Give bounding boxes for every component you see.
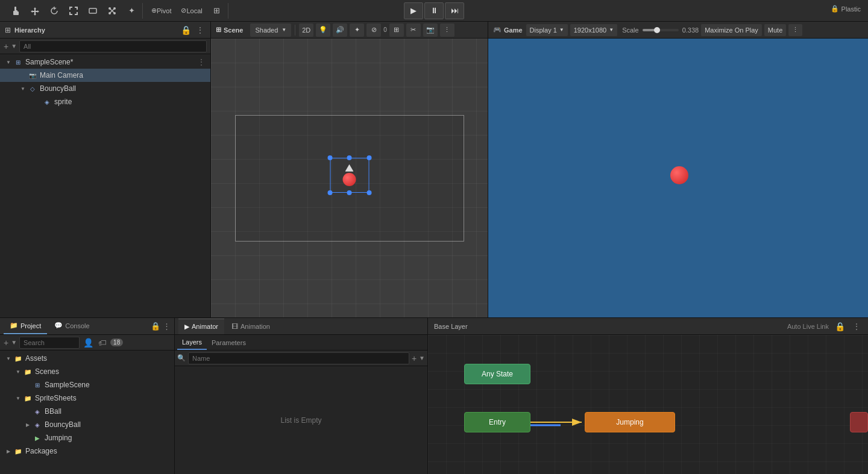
handle-br[interactable] — [366, 190, 371, 195]
state-node-anystate[interactable]: Any State — [464, 364, 530, 384]
state-node-entry[interactable]: Entry — [464, 412, 530, 432]
local-btn[interactable]: ⊘ Local — [177, 3, 206, 19]
parameters-label: Parameters — [212, 339, 246, 346]
hand-tool-btn[interactable] — [7, 3, 24, 19]
game-more-btn[interactable]: ⋮ — [788, 24, 802, 36]
state-node-exit[interactable] — [850, 412, 868, 432]
pause-btn[interactable]: ⏸ — [424, 2, 444, 19]
scene-canvas[interactable] — [211, 39, 488, 317]
move-tool-btn[interactable] — [27, 3, 43, 19]
tree-item-sprite[interactable]: ▶ ◈ sprite — [0, 95, 210, 108]
sprite-label: sprite — [54, 98, 72, 106]
svg-point-3 — [113, 7, 116, 10]
rect-tool-btn[interactable] — [84, 3, 101, 19]
project-add-dropdown[interactable]: ▼ — [11, 339, 17, 346]
tab-console[interactable]: 💬 Console — [48, 319, 95, 334]
play-btn[interactable]: ▶ — [404, 2, 423, 19]
animator-content-empty: List is Empty — [175, 366, 427, 474]
animator-add-dropdown[interactable]: ▼ — [419, 355, 425, 361]
tree-item-jumping[interactable]: ▶ ▶ Jumping — [0, 431, 174, 444]
tree-item-scenes[interactable]: ▼ 📁 Scenes — [0, 365, 174, 378]
project-create-btn[interactable]: 👤 — [82, 338, 95, 348]
tree-item-bball[interactable]: ▶ ◈ BBall — [0, 405, 174, 418]
handle-tc[interactable] — [347, 155, 352, 160]
transform-tool-btn[interactable] — [104, 3, 121, 19]
subtab-layers[interactable]: Layers — [177, 335, 207, 350]
hierarchy-search-input[interactable] — [19, 40, 207, 52]
grid-btn[interactable]: ⊞ — [209, 3, 225, 19]
animator-subtabs: Layers Parameters — [175, 335, 427, 351]
pivot-icon: ⊕ — [151, 7, 157, 14]
hierarchy-more-btn[interactable]: ⋮ — [195, 25, 206, 35]
rotate-tool-btn[interactable] — [46, 3, 63, 19]
tree-item-samplescene-asset[interactable]: ▶ ⊞ SampleScene — [0, 378, 174, 391]
project-filter-btn[interactable]: 🏷 — [97, 338, 108, 348]
scale-slider[interactable] — [643, 29, 679, 31]
scene-gizmos-btn[interactable]: ⊘ — [366, 23, 381, 37]
scale-label: Scale — [622, 27, 639, 34]
2d-mode-btn[interactable]: 2D — [299, 23, 313, 37]
handle-bc[interactable] — [347, 190, 352, 195]
samplescene-context-btn[interactable]: ⋮ — [196, 57, 207, 67]
project-tab-label: Project — [20, 322, 41, 329]
base-layer-label: Base Layer — [434, 323, 468, 330]
hierarchy-add-dropdown[interactable]: ▼ — [11, 43, 17, 49]
svg-rect-0 — [89, 8, 96, 13]
custom-tool-btn[interactable]: ✦ — [123, 3, 140, 19]
game-canvas[interactable] — [488, 39, 868, 317]
shading-mode-btn[interactable]: Shaded — [250, 23, 291, 37]
pivot-btn[interactable]: ⊕ Pivot — [148, 3, 175, 19]
animator-add-btn[interactable]: + — [412, 354, 417, 363]
scene-camera-btn[interactable]: 📷 — [423, 23, 438, 37]
bouncyball-asset-icon: ◈ — [33, 420, 42, 429]
animator-panel: ▶ Animator 🎞 Animation Layers Parameters… — [175, 318, 428, 474]
local-icon: ⊘ — [181, 7, 186, 14]
scale-tool-btn[interactable] — [65, 3, 82, 19]
mute-btn[interactable]: Mute — [764, 24, 786, 36]
tree-item-bouncyball-asset[interactable]: ▶ ◈ BouncyBall — [0, 418, 174, 431]
maximize-label: Maximize On Play — [705, 27, 758, 34]
scene-more-btn[interactable]: ⋮ — [440, 23, 454, 37]
handle-tl[interactable] — [327, 155, 332, 160]
project-search-input[interactable] — [19, 337, 80, 349]
tab-animation[interactable]: 🎞 Animation — [225, 319, 276, 334]
tree-item-packages[interactable]: ▶ 📁 Packages — [0, 444, 174, 458]
subtab-parameters[interactable]: Parameters — [207, 335, 251, 350]
scene-light-btn[interactable]: 💡 — [316, 23, 330, 37]
display-btn[interactable]: Display 1 ▼ — [526, 24, 568, 36]
game-controller-icon: 🎮 — [493, 26, 502, 34]
state-node-jumping[interactable]: Jumping — [585, 412, 675, 432]
scene-fx-btn[interactable]: ✦ — [350, 23, 364, 37]
handle-tr[interactable] — [366, 155, 371, 160]
step-btn[interactable]: ⏭ — [445, 2, 464, 19]
tree-item-bouncyball[interactable]: ▼ ◇ BouncyBall — [0, 82, 210, 95]
scene-snap-btn[interactable]: ✂ — [406, 23, 421, 37]
sep1 — [295, 25, 295, 36]
project-lock-btn[interactable]: 🔒 — [151, 322, 160, 331]
scene-selected-object[interactable] — [330, 158, 369, 193]
animator-search-input[interactable] — [188, 352, 409, 364]
hierarchy-add-btn[interactable]: + — [4, 42, 8, 51]
tab-animator[interactable]: ▶ Animator — [178, 319, 224, 334]
auto-live-link[interactable]: Auto Live Link — [787, 323, 829, 330]
scene-grid-toggle-btn[interactable]: ⊞ — [389, 23, 404, 37]
hierarchy-lock-btn[interactable]: 🔒 — [180, 25, 192, 35]
maximize-btn[interactable]: Maximize On Play — [701, 24, 762, 36]
resolution-btn[interactable]: 1920x1080 ▼ — [570, 24, 617, 36]
tree-item-spritesheets[interactable]: ▼ 📁 SpriteSheets — [0, 391, 174, 405]
scene-grid-icon: ⊞ — [216, 26, 221, 34]
spritesheets-arrow: ▼ — [14, 394, 22, 402]
scale-slider-thumb[interactable] — [654, 27, 660, 33]
scene-audio-btn[interactable]: 🔊 — [333, 23, 347, 37]
tree-item-maincamera[interactable]: ▶ 📷 Main Camera — [0, 69, 210, 82]
project-more-btn[interactable]: ⋮ — [163, 322, 171, 331]
tree-item-samplescene[interactable]: ▼ ⊞ SampleScene* ⋮ — [0, 55, 210, 69]
graph-canvas[interactable]: Any State Entry Jumping — [428, 335, 868, 474]
graph-more-btn[interactable]: ⋮ — [851, 322, 862, 331]
project-add-btn[interactable]: + — [4, 338, 8, 348]
graph-lock-btn[interactable]: 🔒 — [834, 322, 846, 331]
bball-label: BBall — [45, 407, 61, 416]
tree-item-assets[interactable]: ▼ 📁 Assets — [0, 352, 174, 365]
tab-project[interactable]: 📁 Project — [4, 319, 47, 334]
handle-bl[interactable] — [327, 190, 332, 195]
